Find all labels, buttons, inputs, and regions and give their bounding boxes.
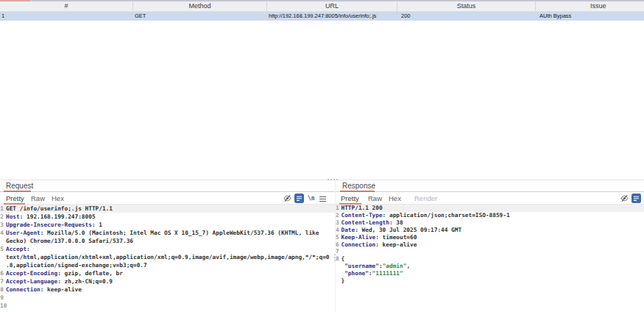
response-line-3: 3Content-Length: 38 — [336, 219, 644, 227]
line-content: Date: Wed, 30 Jul 2025 09:17:44 GMT — [342, 227, 640, 234]
table-row[interactable]: 1 GET http://192.168.199.247:8005/info/u… — [0, 12, 644, 21]
hide-nonprintable-icon[interactable] — [283, 194, 291, 202]
line-content: Connection: keep-alive — [6, 286, 330, 294]
request-tabbar: Request — [0, 180, 335, 192]
results-table-header: # Method URL Status Issue — [0, 1, 644, 12]
request-panel: Request Pretty Raw Hex \n 1GET /info/use… — [0, 180, 335, 312]
line-content — [342, 248, 640, 255]
response-subtabs: Pretty Raw Hex Render — [336, 193, 644, 205]
hide-nonprintable-icon[interactable] — [620, 194, 629, 202]
line-number: 3 — [0, 221, 4, 229]
tab-pretty[interactable]: Pretty — [6, 193, 24, 204]
line-content: Upgrade-Insecure-Requests: 1 — [6, 221, 330, 229]
column-header-issue[interactable]: Issue — [536, 1, 644, 11]
request-line-1: 1GET /info/userinfo;.js HTTP/1.1 — [0, 205, 335, 213]
word-wrap-icon[interactable] — [294, 194, 304, 203]
column-header-num[interactable]: # — [0, 1, 133, 11]
line-content: HTTP/1.1 200 — [342, 205, 640, 212]
line-number — [336, 270, 339, 277]
tab-hex[interactable]: Hex — [52, 193, 64, 204]
response-line-7: 7 — [336, 248, 644, 255]
line-content: Connection: keep-alive — [342, 241, 640, 249]
line-content: Content-Length: 38 — [342, 219, 640, 227]
line-number: 7 — [0, 277, 4, 286]
line-number — [336, 277, 339, 285]
response-line-c10: } — [336, 277, 644, 285]
response-panel: Response Pretty Raw Hex Render 1HTTP/1.1… — [336, 180, 644, 312]
line-number: 5 — [336, 234, 339, 241]
row-issue-cell: AUth Bypass — [536, 12, 644, 21]
column-header-status[interactable]: Status — [397, 1, 536, 11]
column-header-url[interactable]: URL — [267, 1, 397, 11]
request-line-3: 3Upgrade-Insecure-Requests: 1 — [0, 221, 335, 229]
line-content: Accept: text/html,application/xhtml+xml,… — [6, 245, 330, 269]
tab-raw-response[interactable]: Raw — [368, 193, 382, 204]
line-content: Accept-Encoding: gzip, deflate, br — [6, 269, 330, 277]
request-line-4: 4User-Agent: Mozilla/5.0 (Macintosh; Int… — [0, 229, 335, 245]
tab-render-response[interactable]: Render — [414, 193, 437, 204]
line-content: GET /info/userinfo;.js HTTP/1.1 — [6, 205, 330, 213]
request-subtabs: Pretty Raw Hex \n — [0, 193, 335, 205]
line-content: "phone":"1111111" — [342, 270, 640, 277]
row-num-cell: 1 — [0, 12, 133, 21]
line-number: 8 — [336, 255, 339, 263]
line-number: 6 — [0, 269, 4, 277]
line-content: Host: 192.168.199.247:8005 — [6, 213, 330, 221]
response-tabbar: Response — [336, 180, 644, 192]
line-number: 6 — [336, 241, 339, 249]
column-header-method[interactable]: Method — [133, 1, 267, 11]
request-line-2: 2Host: 192.168.199.247:8005 — [0, 213, 335, 221]
response-line-4: 4Date: Wed, 30 Jul 2025 09:17:44 GMT — [336, 227, 644, 234]
response-line-c9: "phone":"1111111" — [336, 270, 644, 277]
request-line-8: 8Connection: keep-alive — [0, 286, 335, 294]
response-line-2: 2Content-Type: application/json;charset=… — [336, 212, 644, 219]
tab-hex-response[interactable]: Hex — [389, 193, 401, 204]
line-number: 9 — [0, 294, 4, 302]
line-number: 3 — [336, 219, 339, 227]
row-status-cell: 200 — [397, 12, 536, 21]
response-line-6: 6Connection: keep-alive — [336, 241, 644, 249]
response-line-8: 8{ — [336, 255, 644, 263]
line-content: } — [342, 277, 640, 285]
request-editor[interactable]: 1GET /info/userinfo;.js HTTP/1.12Host: 1… — [0, 205, 335, 312]
line-content: "username":"admin", — [342, 263, 640, 270]
request-line-10: 10 — [0, 302, 335, 310]
line-number: 4 — [0, 229, 4, 245]
tab-pretty-response[interactable]: Pretty — [341, 193, 359, 204]
line-number: 7 — [336, 248, 339, 255]
line-content: Accept-Language: zh,zh-CN;q=0.9 — [6, 277, 330, 286]
line-number: 2 — [0, 213, 4, 221]
editor-menu-icon[interactable] — [319, 196, 326, 202]
line-number: 1 — [0, 205, 4, 213]
response-line-1: 1HTTP/1.1 200 — [336, 205, 644, 212]
tab-raw[interactable]: Raw — [31, 193, 45, 204]
request-line-9: 9 — [0, 294, 335, 302]
row-url-cell: http://192.168.199.247:8005/info/userinf… — [267, 12, 397, 21]
line-content — [6, 302, 330, 310]
line-content: Keep-Alive: timeout=60 — [342, 234, 640, 241]
line-content: { — [342, 255, 640, 263]
line-number: 10 — [0, 302, 4, 310]
line-number: 2 — [336, 212, 339, 219]
line-content: User-Agent: Mozilla/5.0 (Macintosh; Inte… — [6, 229, 330, 245]
response-editor[interactable]: 1HTTP/1.1 2002Content-Type: application/… — [336, 205, 644, 312]
line-number: 5 — [0, 245, 4, 269]
line-content — [6, 294, 330, 302]
line-content: Content-Type: application/json;charset=I… — [342, 212, 640, 219]
line-number — [336, 263, 339, 270]
request-line-7: 7Accept-Language: zh,zh-CN;q=0.9 — [0, 277, 335, 286]
response-line-c8: "username":"admin", — [336, 263, 644, 270]
line-number: 8 — [0, 286, 4, 294]
line-number: 1 — [336, 205, 339, 212]
line-number: 4 — [336, 227, 339, 234]
row-method-cell: GET — [133, 12, 267, 21]
request-line-5: 5Accept: text/html,application/xhtml+xml… — [0, 245, 335, 269]
response-line-5: 5Keep-Alive: timeout=60 — [336, 234, 644, 241]
newline-toggle-icon[interactable]: \n — [308, 193, 315, 205]
word-wrap-icon[interactable] — [631, 194, 641, 203]
request-line-6: 6Accept-Encoding: gzip, deflate, br — [0, 269, 335, 277]
